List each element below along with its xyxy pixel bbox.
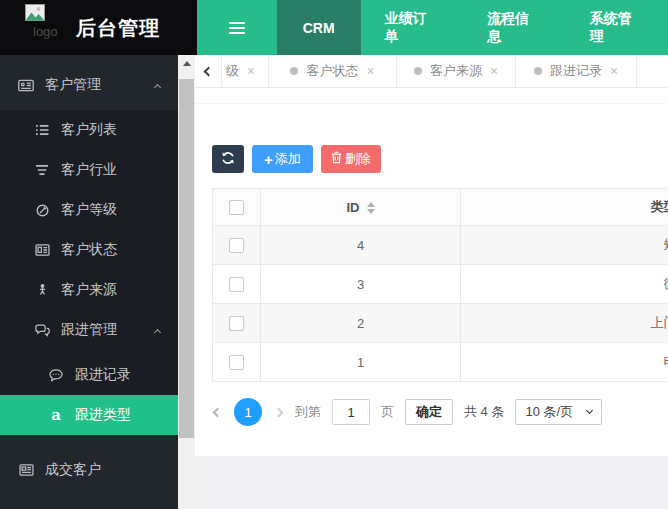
cell-type-name: 电话 (461, 343, 668, 382)
top-navbar: CRM 业绩订单 流程信息 系统管理 (197, 0, 668, 55)
goto-page-input[interactable] (332, 399, 370, 425)
sidebar-item-customer-management[interactable]: 客户管理 (0, 60, 178, 110)
pagination: 1 到第 页 确定 共 4 条 10 条/页 (212, 398, 668, 426)
letter-a-icon: a (46, 408, 66, 423)
menu-icon (229, 19, 245, 37)
logo-area: logo 后台管理 (0, 0, 197, 55)
sort-bars-icon (32, 164, 52, 176)
tab-dot-icon (414, 67, 422, 75)
broken-logo-image (25, 4, 45, 25)
customer-management-submenu: 客户列表 客户行业 客户等级 (0, 110, 178, 435)
sidebar-item-customer-source[interactable]: 客户来源 (0, 270, 178, 310)
confirm-button[interactable]: 确定 (405, 399, 453, 425)
sidebar-item-customer-status[interactable]: 客户状态 (0, 230, 178, 270)
triangle-up-icon (183, 61, 191, 66)
column-header-type-name: 类型名称 (461, 189, 668, 226)
goto-prefix-label: 到第 (295, 403, 321, 421)
admin-app: logo 后台管理 CRM 业绩订单 流程信息 系统管理 (0, 0, 668, 509)
delete-button[interactable]: 删除 (321, 145, 381, 173)
sidebar-scrollbar[interactable] (178, 55, 195, 509)
grade-circle-icon (32, 204, 52, 217)
refresh-icon (221, 151, 235, 168)
chevron-down-icon (586, 407, 593, 414)
sidebar-item-followup-types[interactable]: a 跟进类型 (0, 395, 178, 435)
page-title: 后台管理 (76, 15, 160, 42)
nav-item-system[interactable]: 系统管理 (566, 0, 668, 55)
add-button[interactable]: + 添加 (252, 145, 313, 173)
content-top-strip (195, 88, 668, 104)
row-checkbox[interactable] (229, 316, 244, 331)
content: + 添加 删除 (195, 104, 668, 426)
table-row: 3 微信 (213, 265, 668, 304)
badge-icon (32, 244, 52, 256)
chevron-left-icon (203, 66, 213, 76)
cell-id: 2 (261, 304, 461, 343)
plus-icon: + (264, 152, 273, 167)
row-checkbox[interactable] (229, 238, 244, 253)
nav-item-process[interactable]: 流程信息 (463, 0, 565, 55)
chevron-up-icon (155, 77, 160, 93)
comments-icon (32, 324, 52, 337)
cell-type-name: 上门拜访 (461, 304, 668, 343)
sidebar-item-followup-management[interactable]: 跟进管理 (0, 310, 178, 350)
scroll-up-button[interactable] (178, 55, 195, 72)
followup-submenu: 跟进记录 a 跟进类型 (0, 350, 178, 435)
row-checkbox[interactable] (229, 277, 244, 292)
toolbar: + 添加 删除 (212, 145, 668, 173)
sort-icon[interactable] (367, 202, 375, 214)
data-table: ID 类型名称 4 短信 3 微信 (212, 188, 668, 382)
cell-id: 1 (261, 343, 461, 382)
tab-followup-records[interactable]: 跟进记录 × (516, 55, 637, 87)
table-header-row: ID 类型名称 (213, 189, 668, 226)
content-bottom-background (195, 456, 668, 509)
row-checkbox[interactable] (229, 355, 244, 370)
sidebar-item-customer-industry[interactable]: 客户行业 (0, 150, 178, 190)
scrollbar-thumb[interactable] (179, 79, 194, 438)
list-icon (32, 124, 52, 136)
select-all-checkbox[interactable] (229, 200, 244, 215)
tab-customer-source[interactable]: 客户来源 × (397, 55, 516, 87)
sidebar-item-followup-records[interactable]: 跟进记录 (0, 355, 178, 395)
sidebar-item-customer-list[interactable]: 客户列表 (0, 110, 178, 150)
chevron-left-icon (213, 407, 223, 417)
tab-bar: 级 × 客户状态 × 客户来源 × 跟进记录 × (195, 55, 668, 88)
goto-suffix-label: 页 (381, 403, 394, 421)
close-icon[interactable]: × (366, 64, 374, 78)
next-page-button[interactable] (273, 407, 284, 418)
close-icon[interactable]: × (610, 64, 618, 78)
page-size-select[interactable]: 10 条/页 (515, 399, 602, 425)
sidebar: 客户管理 客户列表 客户行业 (0, 55, 178, 509)
cell-type-name: 微信 (461, 265, 668, 304)
newspaper-icon (16, 464, 36, 476)
table-row: 4 短信 (213, 226, 668, 265)
column-header-id[interactable]: ID (261, 189, 461, 226)
id-card-icon (16, 79, 36, 92)
tab-customer-status[interactable]: 客户状态 × (269, 55, 397, 87)
total-count-label: 共 4 条 (464, 403, 504, 421)
tab-scroll-left-button[interactable] (195, 55, 221, 87)
close-icon[interactable]: × (247, 64, 255, 78)
trash-icon (331, 151, 342, 167)
logo-alt-text: logo (33, 24, 58, 39)
sidebar-collapse-button[interactable] (197, 0, 277, 55)
prev-page-button[interactable] (212, 407, 223, 418)
cell-id: 3 (261, 265, 461, 304)
table-row: 1 电话 (213, 343, 668, 382)
table-row: 2 上门拜访 (213, 304, 668, 343)
cell-type-name: 短信 (461, 226, 668, 265)
nav-item-orders[interactable]: 业绩订单 (361, 0, 463, 55)
close-icon[interactable]: × (490, 64, 498, 78)
cell-id: 4 (261, 226, 461, 265)
refresh-button[interactable] (212, 145, 244, 173)
chevron-right-icon (274, 407, 284, 417)
tab-dot-icon (534, 67, 542, 75)
page-number-button[interactable]: 1 (234, 398, 262, 426)
tab-dot-icon (290, 67, 298, 75)
nav-item-crm[interactable]: CRM (277, 0, 361, 55)
tab-customer-grade[interactable]: 级 × (221, 55, 269, 87)
data-table-wrap: ID 类型名称 4 短信 3 微信 (212, 188, 668, 382)
sidebar-item-closed-customers[interactable]: 成交客户 (0, 450, 178, 490)
comment-dots-icon (46, 369, 66, 382)
sidebar-item-customer-grade[interactable]: 客户等级 (0, 190, 178, 230)
main-area: 级 × 客户状态 × 客户来源 × 跟进记录 × (195, 55, 668, 509)
